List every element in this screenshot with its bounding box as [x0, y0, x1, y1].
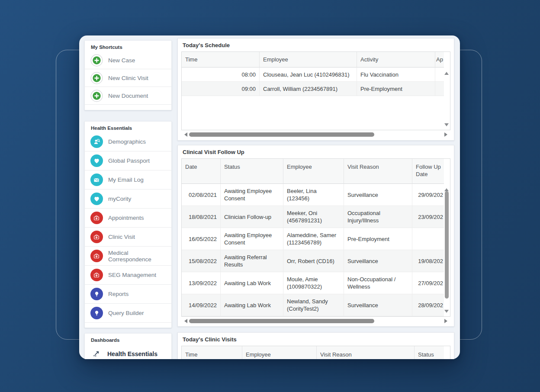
sidebar-item-new-document[interactable]: New Document	[85, 87, 171, 105]
cell-date: 16/05/2022	[182, 228, 221, 250]
sidebar-item-label: myCority	[108, 196, 131, 202]
cell-follow-up-date	[412, 228, 444, 250]
cell-date: 13/09/2022	[182, 272, 221, 294]
heart-icon	[90, 193, 103, 206]
medical-bag-icon	[90, 231, 103, 244]
medical-bag-icon	[90, 250, 103, 263]
shortcuts-card: My Shortcuts New Case New Clinic Visit N…	[84, 40, 172, 110]
cell-visit-reason: Non-Occupational / Wellness	[344, 272, 412, 294]
scrollbar-thumb[interactable]	[189, 132, 374, 137]
panel-todays-clinic-visits: Today's Clinic Visits Time Employee Visi…	[177, 332, 454, 359]
cell-follow-up-date: 29/09/202	[412, 184, 444, 206]
scroll-left-arrow[interactable]	[182, 319, 187, 323]
column-header-employee[interactable]: Employee	[283, 159, 344, 184]
panel-title: Today's Schedule	[178, 39, 454, 51]
lightbulb-icon	[90, 288, 103, 301]
column-header-visit-reason[interactable]: Visit Reason	[344, 159, 412, 184]
scroll-left-arrow[interactable]	[182, 132, 187, 137]
sidebar-item-label: New Document	[108, 93, 148, 99]
table-row[interactable]: 18/08/2021 Clinician Follow-up Meeker, O…	[182, 206, 450, 228]
table-row[interactable]: 02/08/2021 Awaiting Employee Consent Bee…	[182, 184, 450, 206]
cell-follow-up-date: 28/09/202	[412, 294, 444, 316]
table-row[interactable]: 13/09/2022 Awaiting Lab Work Moule, Amie…	[182, 272, 450, 294]
sidebar-item-seg-management[interactable]: SEG Management	[85, 266, 171, 285]
column-header-employee[interactable]: Employee	[242, 346, 317, 359]
sidebar-item-label: SEG Management	[108, 272, 156, 278]
medical-bag-icon	[90, 212, 103, 225]
column-header-status[interactable]: Status	[415, 346, 444, 359]
cell-employee: Newland, Sandy (CorityTest2)	[283, 294, 344, 316]
sidebar-item-new-clinic-visit[interactable]: New Clinic Visit	[85, 69, 171, 87]
cell-activity: Pre-Employment	[357, 82, 435, 96]
cell-employee: Meeker, Oni (4567891231)	[283, 206, 344, 228]
column-header-activity[interactable]: Activity	[357, 52, 435, 67]
scroll-up-arrow[interactable]	[444, 186, 449, 191]
column-header-visit-reason[interactable]: Visit Reason	[317, 346, 415, 359]
table-row[interactable]: 14/09/2022 Awaiting Lab Work Newland, Sa…	[182, 294, 450, 316]
plus-icon	[90, 71, 103, 84]
scroll-up-arrow[interactable]	[444, 70, 449, 75]
dashboards-card: Dashboards Health Essentials	[84, 333, 172, 359]
plus-icon	[90, 89, 103, 102]
sidebar-item-new-case[interactable]: New Case	[85, 51, 171, 69]
column-header-date[interactable]: Date	[182, 159, 221, 184]
sidebar-item-label: Appointments	[108, 215, 144, 221]
table-row[interactable]: 08:00 Clouseau, Jean Luc (4102496831) Fl…	[182, 67, 450, 82]
scrollbar-thumb[interactable]	[445, 191, 449, 299]
column-header-ap[interactable]: Ap	[435, 52, 444, 67]
cell-status: Awaiting Referral Results	[221, 250, 283, 272]
cell-employee: Alameddine, Samer (1123456789)	[283, 228, 344, 250]
sidebar-item-clinic-visit[interactable]: Clinic Visit	[85, 228, 171, 247]
vertical-scrollbar[interactable]	[444, 68, 450, 129]
cell-status: Awaiting Lab Work	[221, 272, 283, 294]
cell-employee: Clouseau, Jean Luc (4102496831)	[260, 67, 357, 82]
cell-visit-reason: Surveillance	[344, 294, 412, 316]
sidebar-item-global-passport[interactable]: Global Passport	[85, 151, 171, 170]
cell-date: 02/08/2021	[182, 184, 221, 206]
scroll-down-arrow[interactable]	[444, 123, 449, 129]
scroll-down-arrow[interactable]	[444, 310, 449, 315]
sidebar-item-reports[interactable]: Reports	[85, 285, 171, 304]
column-header-status[interactable]: Status	[221, 159, 283, 184]
cell-employee: Beeler, Lina (123456)	[283, 184, 344, 206]
cell-ap	[435, 67, 444, 82]
sidebar-item-medical-correspondence[interactable]: Medical Correspondence	[85, 247, 171, 266]
shortcuts-title: My Shortcuts	[85, 41, 171, 51]
cell-visit-reason: Pre-Employment	[344, 228, 412, 250]
column-header-time[interactable]: Time	[182, 346, 242, 359]
cell-date: 18/08/2021	[182, 206, 221, 228]
panel-title: Today's Clinic Visits	[178, 333, 454, 346]
cell-employee: Carroll, William (2234567891)	[260, 82, 357, 96]
sidebar-item-demographics[interactable]: Demographics	[85, 132, 171, 151]
lightbulb-icon	[90, 307, 103, 320]
health-essentials-card: Health Essentials Demographics Global Pa…	[84, 121, 172, 328]
sidebar-item-label: New Clinic Visit	[108, 75, 148, 81]
sidebar-item-label: Clinic Visit	[108, 234, 135, 240]
heart-icon	[90, 154, 103, 167]
dashboards-title: Dashboards	[85, 334, 171, 344]
table-row[interactable]: 16/05/2022 Awaiting Employee Consent Ala…	[182, 228, 450, 250]
table-row[interactable]: 09:00 Carroll, William (2234567891) Pre-…	[182, 82, 450, 96]
app-window: My Shortcuts New Case New Clinic Visit N…	[79, 35, 460, 359]
column-header-time[interactable]: Time	[182, 52, 260, 67]
horizontal-scrollbar[interactable]	[181, 132, 450, 138]
column-header-follow-up-date[interactable]: Follow Up Date	[412, 159, 444, 184]
sidebar-item-my-email-log[interactable]: My Email Log	[85, 170, 171, 190]
sidebar-item-query-builder[interactable]: Query Builder	[85, 304, 171, 323]
sidebar-item-appointments[interactable]: Appointments	[85, 209, 171, 228]
vertical-scrollbar[interactable]	[444, 184, 450, 316]
column-header-employee[interactable]: Employee	[260, 52, 357, 67]
panel-clinical-visit-follow-up: Clinical Visit Follow Up Date Status Emp…	[177, 145, 454, 327]
sidebar-item-dashboard-health-essentials[interactable]: Health Essentials	[85, 344, 171, 359]
horizontal-scrollbar[interactable]	[181, 318, 450, 325]
cell-visit-reason: Surveillance	[344, 184, 412, 206]
cell-follow-up-date: 19/08/202	[412, 250, 444, 272]
sidebar-item-mycority[interactable]: myCority	[85, 190, 171, 209]
table-row[interactable]: 15/08/2022 Awaiting Referral Results Orr…	[182, 250, 450, 272]
followup-table: Date Status Employee Visit Reason Follow…	[181, 158, 450, 317]
sidebar-item-label: Global Passport	[108, 157, 150, 164]
cell-time: 09:00	[182, 82, 260, 96]
scroll-right-arrow[interactable]	[444, 132, 450, 137]
scroll-right-arrow[interactable]	[444, 319, 450, 323]
scrollbar-thumb[interactable]	[189, 319, 374, 323]
